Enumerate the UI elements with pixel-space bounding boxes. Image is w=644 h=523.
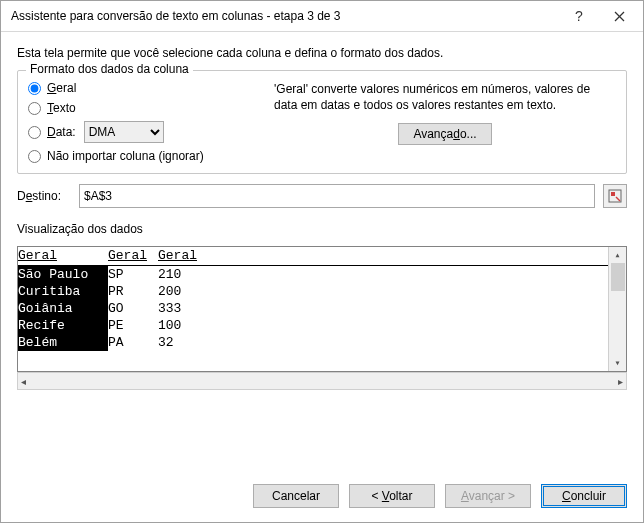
radio-date[interactable]: Data:: [28, 125, 76, 139]
preview-row: GoiâniaGO333: [18, 300, 608, 317]
advanced-button[interactable]: Avançado...: [398, 123, 491, 145]
back-button[interactable]: < Voltar: [349, 484, 435, 508]
radio-skip[interactable]: Não importar coluna (ignorar): [28, 149, 258, 163]
preview-cell: Curitiba: [18, 283, 108, 300]
preview-header-col1[interactable]: Geral: [18, 247, 108, 265]
format-description-area: 'Geral' converte valores numéricos em nú…: [268, 81, 616, 163]
vertical-scrollbar[interactable]: ▴ ▾: [608, 247, 626, 371]
titlebar: Assistente para conversão de texto em co…: [1, 1, 643, 32]
preview-rows: São PauloSP210CuritibaPR200GoiâniaGO333R…: [18, 266, 608, 351]
scroll-down-icon[interactable]: ▾: [614, 357, 620, 369]
destination-input[interactable]: [79, 184, 595, 208]
svg-line-4: [616, 197, 620, 201]
preview-cell: PE: [108, 317, 158, 334]
dialog-body: Esta tela permite que você selecione cad…: [1, 32, 643, 474]
preview-cell: 333: [158, 300, 181, 317]
preview-cell: GO: [108, 300, 158, 317]
scroll-up-icon[interactable]: ▴: [614, 249, 620, 261]
data-preview: Geral Geral Geral São PauloSP210Curitiba…: [17, 246, 627, 372]
preview-cell: 100: [158, 317, 181, 334]
close-button[interactable]: [599, 2, 639, 30]
preview-cell: PA: [108, 334, 158, 351]
column-format-group: Formato dos dados da coluna Geral Texto: [17, 70, 627, 174]
preview-header-col3[interactable]: Geral: [158, 247, 608, 265]
group-legend: Formato dos dados da coluna: [26, 62, 193, 76]
radio-date-input[interactable]: [28, 126, 41, 139]
dialog-footer: Cancelar < Voltar Avançar > Concluir: [1, 474, 643, 522]
close-icon: [614, 11, 625, 22]
next-button: Avançar >: [445, 484, 531, 508]
preview-label: Visualização dos dados: [17, 222, 627, 236]
scroll-right-icon[interactable]: ▸: [618, 376, 623, 387]
help-button[interactable]: ?: [559, 2, 599, 30]
radio-general-input[interactable]: [28, 82, 41, 95]
preview-row: São PauloSP210: [18, 266, 608, 283]
preview-cell: 32: [158, 334, 174, 351]
instruction-text: Esta tela permite que você selecione cad…: [17, 46, 627, 60]
preview-header-row: Geral Geral Geral: [18, 247, 608, 266]
radio-text[interactable]: Texto: [28, 101, 258, 115]
finish-button[interactable]: Concluir: [541, 484, 627, 508]
preview-row: BelémPA32: [18, 334, 608, 351]
date-format-select[interactable]: DMA: [84, 121, 164, 143]
format-description: 'Geral' converte valores numéricos em nú…: [274, 81, 616, 113]
range-picker-button[interactable]: [603, 184, 627, 208]
preview-cell: Belém: [18, 334, 108, 351]
preview-cell: São Paulo: [18, 266, 108, 283]
scroll-thumb[interactable]: [611, 263, 625, 291]
preview-row: RecifePE100: [18, 317, 608, 334]
cancel-button[interactable]: Cancelar: [253, 484, 339, 508]
preview-header-col2[interactable]: Geral: [108, 247, 158, 265]
radio-general[interactable]: Geral: [28, 81, 258, 95]
preview-cell: PR: [108, 283, 158, 300]
window-title: Assistente para conversão de texto em co…: [11, 9, 559, 23]
preview-cell: SP: [108, 266, 158, 283]
destination-row: Destino:: [17, 184, 627, 208]
radio-text-input[interactable]: [28, 102, 41, 115]
radio-skip-input[interactable]: [28, 150, 41, 163]
preview-cell: 210: [158, 266, 181, 283]
range-picker-icon: [608, 189, 622, 203]
format-radio-list: Geral Texto Data: DMA: [28, 81, 258, 163]
scroll-left-icon[interactable]: ◂: [21, 376, 26, 387]
preview-row: CuritibaPR200: [18, 283, 608, 300]
preview-cell: Recife: [18, 317, 108, 334]
preview-cell: 200: [158, 283, 181, 300]
wizard-dialog: Assistente para conversão de texto em co…: [0, 0, 644, 523]
svg-rect-3: [611, 192, 615, 196]
preview-cell: Goiânia: [18, 300, 108, 317]
horizontal-scrollbar[interactable]: ◂ ▸: [17, 372, 627, 390]
destination-label: Destino:: [17, 189, 71, 203]
